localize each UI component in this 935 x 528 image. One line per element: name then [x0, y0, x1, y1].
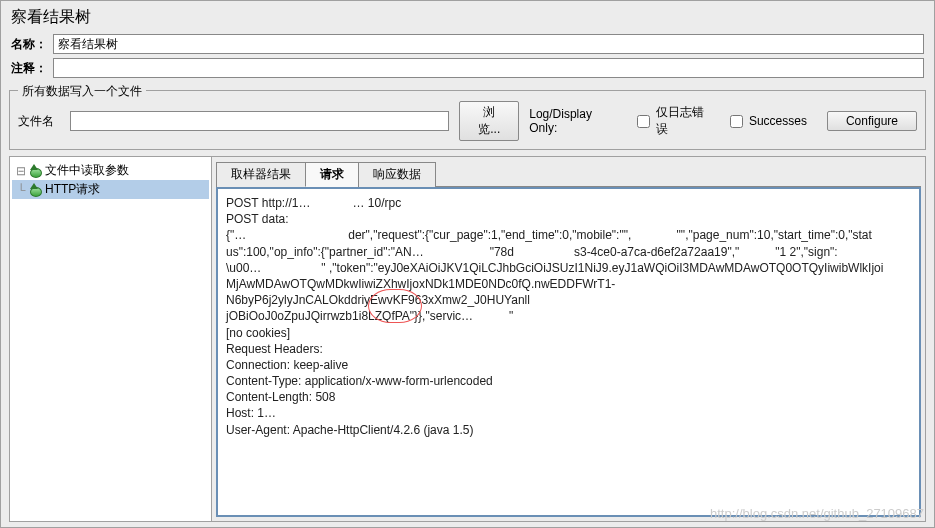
post-data-label: POST data: — [226, 211, 911, 227]
body-line: {"… der","request":{"cur_page":1,"end_ti… — [226, 227, 911, 243]
file-group-legend: 所有数据写入一个文件 — [18, 83, 146, 100]
header-line: Host: 1… — [226, 405, 911, 421]
successes-box[interactable] — [730, 115, 743, 128]
filename-label: 文件名 — [18, 113, 60, 130]
request-line: POST http://1… … 10/rpc — [226, 195, 911, 211]
results-tree[interactable]: ⊟ 文件中读取参数 └ HTTP请求 — [10, 157, 212, 521]
errors-only-text: 仅日志错误 — [656, 104, 716, 138]
detail-tabs: 取样器结果 请求 响应数据 — [216, 161, 921, 187]
body-line: us":100,"op_info":{"partner_id":"AN… "78… — [226, 244, 911, 260]
body-line: \u00… " ,"token":"eyJ0eXAiOiJKV1QiLCJhbG… — [226, 260, 911, 276]
body-line: jOBiOoJ0oZpuJQirrwzb1i8LZQfPA"}},"servic… — [226, 308, 911, 324]
tab-request[interactable]: 请求 — [305, 162, 359, 187]
request-body-view[interactable]: POST http://1… … 10/rpc POST data: {"… d… — [216, 187, 921, 517]
tree-item-http-request[interactable]: └ HTTP请求 — [12, 180, 209, 199]
tree-item-label: HTTP请求 — [45, 181, 100, 198]
comment-label: 注释： — [11, 60, 53, 77]
logdisplay-label: Log/Display Only: — [529, 107, 623, 135]
tab-sampler-result[interactable]: 取样器结果 — [216, 162, 306, 187]
browse-button[interactable]: 浏览... — [459, 101, 519, 141]
header-line: Content-Length: 508 — [226, 389, 911, 405]
tab-response-data[interactable]: 响应数据 — [358, 162, 436, 187]
tree-item-file-params[interactable]: ⊟ 文件中读取参数 — [12, 161, 209, 180]
tree-item-label: 文件中读取参数 — [45, 162, 129, 179]
name-label: 名称： — [11, 36, 53, 53]
success-icon — [28, 183, 42, 197]
successes-checkbox[interactable]: Successes — [726, 112, 807, 131]
panel-title: 察看结果树 — [1, 1, 934, 32]
body-line: MjAwMDAwOTQwMDkwIiwiZXhwIjoxNDk1MDE0NDc0… — [226, 276, 911, 308]
listener-panel: 察看结果树 名称： 注释： 所有数据写入一个文件 文件名 浏览... Log/D… — [0, 0, 935, 528]
errors-only-checkbox[interactable]: 仅日志错误 — [633, 104, 716, 138]
headers-label: Request Headers: — [226, 341, 911, 357]
file-output-group: 所有数据写入一个文件 文件名 浏览... Log/Display Only: 仅… — [9, 90, 926, 150]
successes-text: Successes — [749, 114, 807, 128]
tree-line-icon: ⊟ — [14, 164, 28, 178]
configure-button[interactable]: Configure — [827, 111, 917, 131]
name-input[interactable] — [53, 34, 924, 54]
filename-input[interactable] — [70, 111, 449, 131]
success-icon — [28, 164, 42, 178]
errors-only-box[interactable] — [637, 115, 650, 128]
comment-input[interactable] — [53, 58, 924, 78]
tree-line-icon: └ — [14, 183, 28, 197]
no-cookies-line: [no cookies] — [226, 325, 911, 341]
header-line: Content-Type: application/x-www-form-url… — [226, 373, 911, 389]
header-line: Connection: keep-alive — [226, 357, 911, 373]
header-line: User-Agent: Apache-HttpClient/4.2.6 (jav… — [226, 422, 911, 438]
